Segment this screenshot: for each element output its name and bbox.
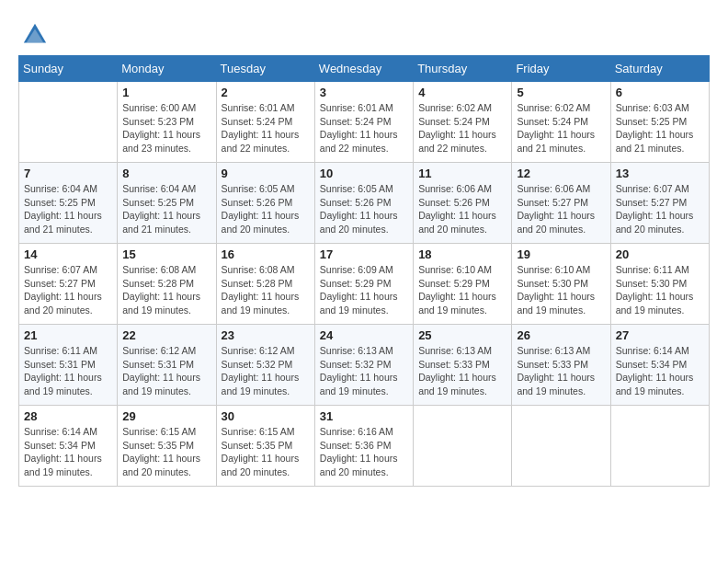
- day-number: 24: [320, 328, 408, 342]
- day-info: Sunrise: 6:13 AMSunset: 5:33 PMDaylight:…: [418, 344, 506, 398]
- day-number: 15: [122, 247, 210, 261]
- calendar-cell: 2Sunrise: 6:01 AMSunset: 5:24 PMDaylight…: [216, 82, 314, 163]
- day-info: Sunrise: 6:15 AMSunset: 5:35 PMDaylight:…: [222, 425, 310, 479]
- day-info: Sunrise: 6:15 AMSunset: 5:35 PMDaylight:…: [122, 425, 210, 479]
- header-day-monday: Monday: [118, 56, 216, 82]
- calendar-cell: 4Sunrise: 6:02 AMSunset: 5:24 PMDaylight…: [414, 82, 512, 163]
- day-number: 5: [517, 86, 605, 99]
- day-info: Sunrise: 6:00 AMSunset: 5:23 PMDaylight:…: [122, 101, 210, 155]
- day-number: 30: [222, 409, 310, 423]
- day-info: Sunrise: 6:01 AMSunset: 5:24 PMDaylight:…: [222, 101, 310, 155]
- calendar-cell: 27Sunrise: 6:14 AMSunset: 5:34 PMDayligh…: [610, 325, 709, 406]
- day-number: 2: [222, 86, 310, 99]
- calendar-week-2: 7Sunrise: 6:04 AMSunset: 5:25 PMDaylight…: [19, 163, 710, 244]
- day-number: 25: [418, 328, 506, 342]
- day-number: 28: [24, 409, 112, 423]
- calendar-cell: 21Sunrise: 6:11 AMSunset: 5:31 PMDayligh…: [19, 325, 118, 406]
- day-number: 26: [517, 328, 605, 342]
- header-day-friday: Friday: [512, 56, 610, 82]
- page-header: [18, 18, 710, 48]
- calendar-cell: [512, 406, 610, 487]
- calendar-cell: 7Sunrise: 6:04 AMSunset: 5:25 PMDaylight…: [19, 163, 118, 244]
- day-number: 14: [24, 247, 112, 261]
- calendar-cell: 10Sunrise: 6:05 AMSunset: 5:26 PMDayligh…: [314, 163, 413, 244]
- day-info: Sunrise: 6:02 AMSunset: 5:24 PMDaylight:…: [517, 101, 605, 155]
- day-info: Sunrise: 6:14 AMSunset: 5:34 PMDaylight:…: [24, 425, 112, 479]
- calendar-header-row: SundayMondayTuesdayWednesdayThursdayFrid…: [19, 56, 710, 82]
- calendar-cell: 17Sunrise: 6:09 AMSunset: 5:29 PMDayligh…: [314, 244, 413, 325]
- calendar-cell: 8Sunrise: 6:04 AMSunset: 5:25 PMDaylight…: [118, 163, 216, 244]
- day-number: 3: [320, 86, 408, 99]
- day-info: Sunrise: 6:08 AMSunset: 5:28 PMDaylight:…: [222, 263, 310, 317]
- day-info: Sunrise: 6:12 AMSunset: 5:32 PMDaylight:…: [222, 344, 310, 398]
- day-info: Sunrise: 6:16 AMSunset: 5:36 PMDaylight:…: [320, 425, 408, 479]
- logo-icon: [22, 22, 48, 48]
- calendar-week-1: 1Sunrise: 6:00 AMSunset: 5:23 PMDaylight…: [19, 82, 710, 163]
- calendar-cell: 25Sunrise: 6:13 AMSunset: 5:33 PMDayligh…: [414, 325, 512, 406]
- day-number: 22: [122, 328, 210, 342]
- header-day-wednesday: Wednesday: [314, 56, 413, 82]
- header-day-saturday: Saturday: [610, 56, 709, 82]
- day-number: 18: [418, 247, 506, 261]
- day-number: 9: [222, 167, 310, 180]
- day-number: 6: [616, 86, 704, 99]
- calendar-cell: [414, 406, 512, 487]
- day-info: Sunrise: 6:02 AMSunset: 5:24 PMDaylight:…: [418, 101, 506, 155]
- calendar-cell: 11Sunrise: 6:06 AMSunset: 5:26 PMDayligh…: [414, 163, 512, 244]
- calendar-cell: 22Sunrise: 6:12 AMSunset: 5:31 PMDayligh…: [118, 325, 216, 406]
- day-number: 10: [320, 167, 408, 180]
- day-info: Sunrise: 6:05 AMSunset: 5:26 PMDaylight:…: [320, 182, 408, 236]
- day-number: 21: [24, 328, 112, 342]
- day-info: Sunrise: 6:04 AMSunset: 5:25 PMDaylight:…: [122, 182, 210, 236]
- calendar-cell: 5Sunrise: 6:02 AMSunset: 5:24 PMDaylight…: [512, 82, 610, 163]
- header-day-thursday: Thursday: [414, 56, 512, 82]
- day-info: Sunrise: 6:07 AMSunset: 5:27 PMDaylight:…: [24, 263, 112, 317]
- day-info: Sunrise: 6:13 AMSunset: 5:33 PMDaylight:…: [517, 344, 605, 398]
- logo: [18, 22, 50, 48]
- day-info: Sunrise: 6:10 AMSunset: 5:29 PMDaylight:…: [418, 263, 506, 317]
- day-number: 31: [320, 409, 408, 423]
- calendar-cell: 23Sunrise: 6:12 AMSunset: 5:32 PMDayligh…: [216, 325, 314, 406]
- calendar-cell: 14Sunrise: 6:07 AMSunset: 5:27 PMDayligh…: [19, 244, 118, 325]
- calendar-cell: [610, 406, 709, 487]
- calendar-cell: 18Sunrise: 6:10 AMSunset: 5:29 PMDayligh…: [414, 244, 512, 325]
- calendar-cell: [19, 82, 118, 163]
- calendar-cell: 26Sunrise: 6:13 AMSunset: 5:33 PMDayligh…: [512, 325, 610, 406]
- day-info: Sunrise: 6:09 AMSunset: 5:29 PMDaylight:…: [320, 263, 408, 317]
- day-info: Sunrise: 6:10 AMSunset: 5:30 PMDaylight:…: [517, 263, 605, 317]
- calendar-cell: 30Sunrise: 6:15 AMSunset: 5:35 PMDayligh…: [216, 406, 314, 487]
- day-info: Sunrise: 6:08 AMSunset: 5:28 PMDaylight:…: [122, 263, 210, 317]
- calendar-cell: 28Sunrise: 6:14 AMSunset: 5:34 PMDayligh…: [19, 406, 118, 487]
- calendar-cell: 3Sunrise: 6:01 AMSunset: 5:24 PMDaylight…: [314, 82, 413, 163]
- calendar-cell: 31Sunrise: 6:16 AMSunset: 5:36 PMDayligh…: [314, 406, 413, 487]
- calendar-cell: 13Sunrise: 6:07 AMSunset: 5:27 PMDayligh…: [610, 163, 709, 244]
- day-number: 23: [222, 328, 310, 342]
- day-number: 13: [616, 167, 704, 180]
- day-info: Sunrise: 6:06 AMSunset: 5:27 PMDaylight:…: [517, 182, 605, 236]
- header-day-sunday: Sunday: [19, 56, 118, 82]
- day-info: Sunrise: 6:03 AMSunset: 5:25 PMDaylight:…: [616, 101, 704, 155]
- day-number: 12: [517, 167, 605, 180]
- day-number: 16: [222, 247, 310, 261]
- day-number: 29: [122, 409, 210, 423]
- calendar-cell: 6Sunrise: 6:03 AMSunset: 5:25 PMDaylight…: [610, 82, 709, 163]
- calendar-table: SundayMondayTuesdayWednesdayThursdayFrid…: [18, 55, 710, 487]
- header-day-tuesday: Tuesday: [216, 56, 314, 82]
- calendar-cell: 12Sunrise: 6:06 AMSunset: 5:27 PMDayligh…: [512, 163, 610, 244]
- day-info: Sunrise: 6:14 AMSunset: 5:34 PMDaylight:…: [616, 344, 704, 398]
- calendar-cell: 24Sunrise: 6:13 AMSunset: 5:32 PMDayligh…: [314, 325, 413, 406]
- calendar-cell: 29Sunrise: 6:15 AMSunset: 5:35 PMDayligh…: [118, 406, 216, 487]
- day-info: Sunrise: 6:11 AMSunset: 5:30 PMDaylight:…: [616, 263, 704, 317]
- day-info: Sunrise: 6:07 AMSunset: 5:27 PMDaylight:…: [616, 182, 704, 236]
- calendar-cell: 15Sunrise: 6:08 AMSunset: 5:28 PMDayligh…: [118, 244, 216, 325]
- day-info: Sunrise: 6:12 AMSunset: 5:31 PMDaylight:…: [122, 344, 210, 398]
- calendar-cell: 1Sunrise: 6:00 AMSunset: 5:23 PMDaylight…: [118, 82, 216, 163]
- day-number: 20: [616, 247, 704, 261]
- calendar-week-5: 28Sunrise: 6:14 AMSunset: 5:34 PMDayligh…: [19, 406, 710, 487]
- day-number: 8: [122, 167, 210, 180]
- calendar-cell: 16Sunrise: 6:08 AMSunset: 5:28 PMDayligh…: [216, 244, 314, 325]
- day-info: Sunrise: 6:06 AMSunset: 5:26 PMDaylight:…: [418, 182, 506, 236]
- day-info: Sunrise: 6:13 AMSunset: 5:32 PMDaylight:…: [320, 344, 408, 398]
- day-number: 7: [24, 167, 112, 180]
- day-number: 17: [320, 247, 408, 261]
